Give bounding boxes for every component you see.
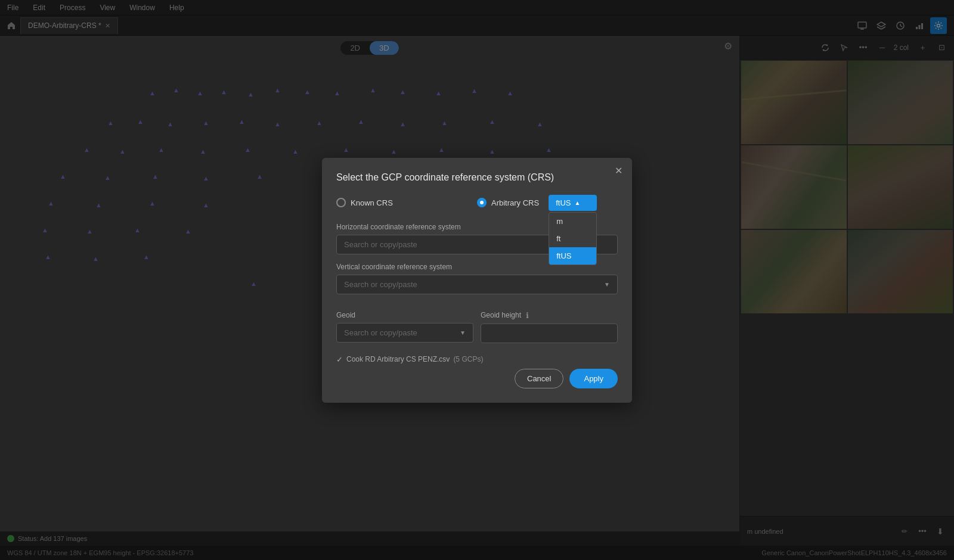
known-crs-label: Known CRS: [351, 198, 393, 207]
unit-option-m[interactable]: m: [549, 213, 596, 230]
unit-dropdown-list: m ft ftUS: [549, 212, 597, 265]
geoid-col: Geoid ▼: [336, 303, 473, 343]
modal-close-button[interactable]: ✕: [615, 166, 622, 176]
unit-dropdown-container: ftUS ▲ m ft ftUS: [549, 195, 597, 211]
geoid-height-input-wrapper: [481, 323, 618, 343]
unit-dropdown-trigger[interactable]: ftUS ▲: [549, 195, 597, 211]
apply-button[interactable]: Apply: [569, 369, 618, 388]
cancel-button[interactable]: Cancel: [515, 369, 563, 388]
arbitrary-crs-label: Arbitrary CRS: [491, 198, 539, 207]
known-crs-radio[interactable]: [336, 198, 346, 207]
geoid-row: Geoid ▼ Geoid height ℹ: [336, 303, 618, 343]
unit-option-ft[interactable]: ft: [549, 230, 596, 247]
dropdown-chevron-icon: ▲: [574, 200, 580, 206]
geoid-height-input[interactable]: [488, 329, 610, 338]
geoid-input-wrapper: ▼: [336, 323, 473, 343]
geoid-height-label: Geoid height: [481, 311, 521, 319]
file-check-icon: ✓: [336, 355, 343, 364]
vertical-crs-input[interactable]: [344, 280, 604, 289]
file-name-label: Cook RD Arbitrary CS PENZ.csv: [346, 355, 450, 363]
known-crs-option[interactable]: Known CRS: [336, 198, 477, 207]
arbitrary-crs-radio[interactable]: [477, 198, 487, 207]
arbitrary-crs-option[interactable]: Arbitrary CRS ftUS ▲ m ft ftUS: [477, 195, 618, 211]
vertical-crs-input-wrapper: ▼: [336, 275, 618, 294]
modal-title: Select the GCP coordinate reference syst…: [336, 172, 618, 183]
crs-options-row: Known CRS Arbitrary CRS ftUS ▲ m ft ftUS: [336, 195, 618, 211]
crs-dialog: ✕ Select the GCP coordinate reference sy…: [322, 158, 632, 403]
modal-overlay: ✕ Select the GCP coordinate reference sy…: [0, 0, 954, 560]
geoid-height-col: Geoid height ℹ: [481, 303, 618, 343]
file-gcps-label: (5 GCPs): [453, 355, 483, 363]
selected-unit-label: ftUS: [556, 198, 571, 207]
geoid-label: Geoid: [336, 311, 473, 319]
geoid-height-info-icon[interactable]: ℹ: [526, 311, 529, 320]
unit-option-ftus[interactable]: ftUS: [549, 247, 596, 265]
vertical-chevron-icon: ▼: [604, 281, 610, 288]
modal-actions: Cancel Apply: [336, 369, 618, 388]
geoid-chevron-icon: ▼: [460, 329, 466, 336]
file-info-row: ✓ Cook RD Arbitrary CS PENZ.csv (5 GCPs): [336, 355, 618, 364]
geoid-input[interactable]: [344, 328, 460, 337]
